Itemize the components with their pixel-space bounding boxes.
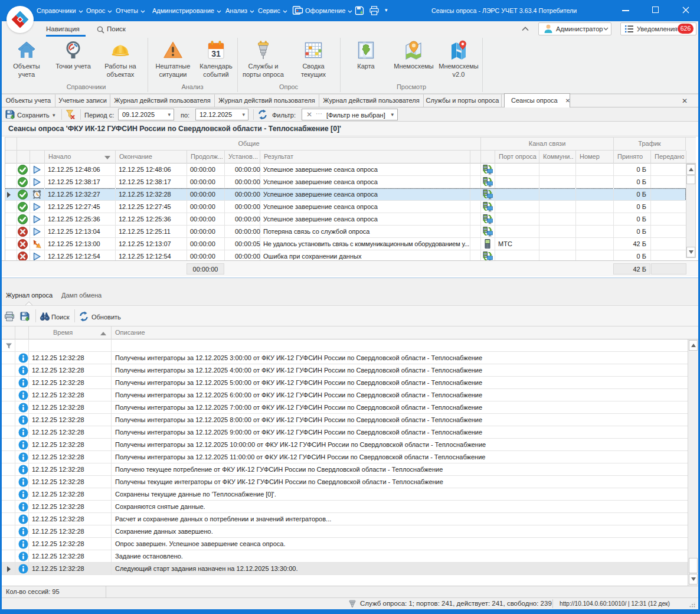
svg-text:31: 31 — [211, 49, 221, 58]
